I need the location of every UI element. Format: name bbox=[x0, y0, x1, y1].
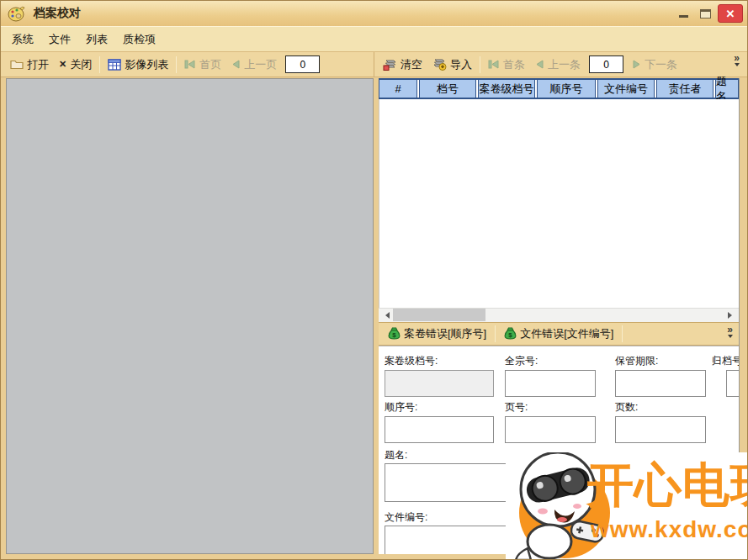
next-record-button[interactable]: 下一条 bbox=[627, 55, 682, 75]
watermark-url-text: www.kxdw.co bbox=[591, 516, 748, 543]
page-no-field[interactable] bbox=[505, 416, 596, 443]
import-button[interactable]: 导入 bbox=[427, 55, 477, 75]
image-viewer-pane bbox=[6, 78, 374, 554]
column-header-volume-no[interactable]: 案卷级档号 bbox=[478, 80, 535, 98]
archive-no-label: 归档号: bbox=[712, 354, 739, 368]
retention-label: 保管期限: bbox=[615, 354, 658, 368]
horizontal-scrollbar[interactable] bbox=[379, 308, 739, 322]
page-no-label: 页号: bbox=[505, 400, 528, 415]
triangle-right-icon bbox=[632, 60, 641, 69]
page-count-field[interactable] bbox=[615, 416, 706, 443]
toolbar-overflow-chevron[interactable]: » bbox=[734, 54, 740, 69]
error-tab-bar: $ 案卷错误[顺序号] $ 文件错误[文件编号] » bbox=[379, 322, 739, 346]
scroll-right-icon bbox=[728, 312, 735, 319]
money-bag-icon: $ bbox=[388, 327, 401, 340]
open-button[interactable]: 打开 bbox=[5, 55, 54, 75]
title-label: 题名: bbox=[385, 448, 407, 462]
x-mark-icon: ✕ bbox=[59, 59, 66, 70]
svg-text:$: $ bbox=[392, 331, 396, 339]
toolbar-overflow-chevron[interactable]: » bbox=[727, 325, 733, 341]
prev-record-button[interactable]: 上一条 bbox=[530, 55, 586, 75]
skip-first-icon bbox=[184, 60, 196, 69]
minimize-icon bbox=[679, 15, 688, 18]
toolbar-separator bbox=[495, 325, 496, 342]
archive-no-field[interactable] bbox=[726, 370, 739, 397]
column-header-seq-no[interactable]: 顺序号 bbox=[537, 80, 596, 98]
skip-first-icon bbox=[488, 60, 500, 69]
volume-no-label: 案卷级档号: bbox=[385, 354, 438, 368]
volume-no-field bbox=[385, 370, 494, 397]
minimize-button[interactable] bbox=[674, 5, 692, 22]
fond-no-label: 全宗号: bbox=[505, 354, 538, 368]
scrollbar-thumb[interactable] bbox=[393, 309, 485, 321]
table-header: # 档号 案卷级档号 顺序号 文件编号 责任者 题名 bbox=[379, 78, 739, 99]
column-header-responsible[interactable]: 责任者 bbox=[656, 80, 714, 98]
table-body-empty[interactable] bbox=[379, 99, 739, 308]
toolbar-separator bbox=[99, 56, 100, 73]
menu-file[interactable]: 文件 bbox=[41, 27, 78, 51]
app-window: 档案校对 ✕ 系统 文件 列表 质检项 打开 ✕ 关闭 bbox=[0, 0, 748, 560]
clear-button[interactable]: 清空 bbox=[378, 55, 427, 75]
paper-stack-clear-icon bbox=[383, 58, 397, 71]
watermark-brand-text: 开心电玩 bbox=[586, 454, 748, 518]
fond-no-field[interactable] bbox=[505, 370, 596, 397]
menu-list[interactable]: 列表 bbox=[78, 27, 115, 51]
image-list-button[interactable]: 影像列表 bbox=[103, 55, 173, 75]
scroll-left-icon bbox=[382, 312, 390, 319]
tab-volume-errors[interactable]: $ 案卷错误[顺序号] bbox=[382, 326, 492, 341]
menu-qc-items[interactable]: 质检项 bbox=[115, 27, 163, 51]
title-bar: 档案校对 ✕ bbox=[1, 1, 747, 26]
toolbar-separator bbox=[622, 325, 623, 342]
record-number-input[interactable] bbox=[589, 55, 623, 73]
column-header-index[interactable]: # bbox=[379, 80, 417, 98]
page-count-label: 页数: bbox=[615, 400, 638, 415]
seq-no-label: 顺序号: bbox=[385, 400, 417, 415]
file-no-label: 文件编号: bbox=[385, 510, 427, 525]
close-button[interactable]: ✕ bbox=[718, 4, 743, 23]
maximize-button[interactable] bbox=[695, 5, 715, 22]
close-file-button[interactable]: ✕ 关闭 bbox=[54, 55, 97, 75]
right-toolbar: 清空 导入 首条 bbox=[374, 52, 747, 77]
triangle-left-icon bbox=[231, 60, 241, 69]
first-page-button[interactable]: 首页 bbox=[179, 55, 226, 75]
seq-no-field[interactable] bbox=[385, 416, 494, 443]
svg-text:$: $ bbox=[509, 331, 513, 339]
paper-stack-import-icon bbox=[432, 58, 447, 71]
column-header-title[interactable]: 题名 bbox=[715, 80, 739, 98]
retention-field[interactable] bbox=[615, 370, 706, 397]
prev-page-button[interactable]: 上一页 bbox=[226, 55, 282, 75]
tab-file-errors[interactable]: $ 文件错误[文件编号] bbox=[498, 326, 619, 341]
toolbar-row: 打开 ✕ 关闭 影像列表 bbox=[1, 52, 747, 77]
app-palette-icon bbox=[8, 6, 25, 22]
window-title: 档案校对 bbox=[34, 6, 674, 21]
scroll-left-button[interactable] bbox=[379, 308, 393, 322]
column-header-archive-no[interactable]: 档号 bbox=[419, 80, 476, 98]
left-toolbar: 打开 ✕ 关闭 影像列表 bbox=[1, 52, 374, 77]
toolbar-separator bbox=[176, 56, 177, 73]
maximize-icon bbox=[700, 9, 711, 18]
folder-icon bbox=[10, 59, 24, 70]
column-header-file-no[interactable]: 文件编号 bbox=[597, 80, 655, 98]
first-record-button[interactable]: 首条 bbox=[483, 55, 530, 75]
close-icon: ✕ bbox=[726, 8, 735, 20]
money-bag-icon: $ bbox=[504, 327, 517, 340]
watermark-overlay: 开心电玩 www.kxdw.co bbox=[506, 452, 748, 560]
grid-table-icon bbox=[108, 59, 121, 71]
toolbar-separator bbox=[480, 56, 480, 73]
scroll-right-button[interactable] bbox=[724, 308, 739, 322]
triangle-left-icon bbox=[535, 60, 544, 69]
menu-bar: 系统 文件 列表 质检项 bbox=[1, 26, 747, 52]
menu-system[interactable]: 系统 bbox=[4, 27, 41, 51]
page-number-input[interactable] bbox=[285, 55, 320, 73]
